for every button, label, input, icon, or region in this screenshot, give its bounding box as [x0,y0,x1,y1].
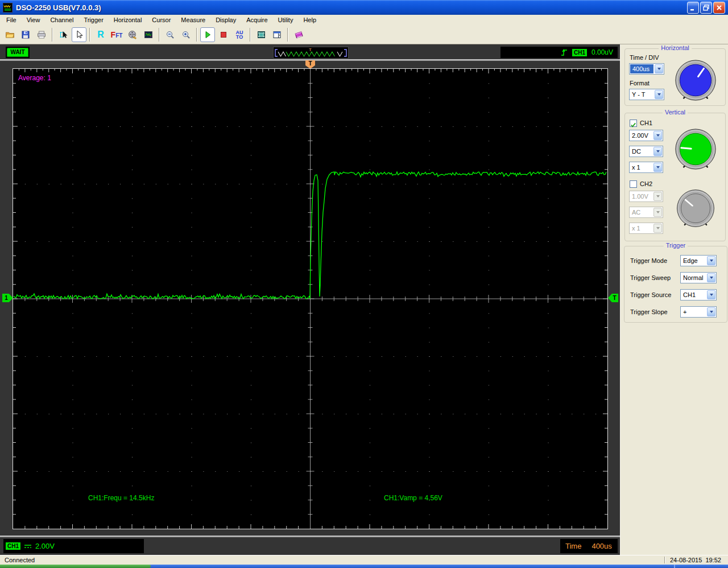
ch2-volts-div-select[interactable]: 1.00V [629,191,663,202]
chevron-down-icon [653,147,662,156]
chevron-down-icon [653,208,662,217]
ch1-probe-select[interactable]: x 1 [629,162,663,173]
trigger-channel-badge: CH1 [572,49,587,56]
chevron-down-icon [655,90,663,99]
menu-acquire[interactable]: Acquire [241,15,272,25]
save-button[interactable] [18,27,33,42]
stop-button[interactable] [216,27,231,42]
menu-measure[interactable]: Measure [176,15,210,25]
chevron-down-icon [653,224,662,233]
ch2-position-knob[interactable] [675,188,716,231]
trigger-position-marker[interactable]: T [305,60,315,69]
trigger-level-value: 0.00uV [592,48,613,56]
open-button[interactable] [2,27,17,42]
stop-icon [219,30,228,39]
cursor-measure-icon [59,30,68,39]
menu-utility[interactable]: Utility [273,15,299,25]
ch1-enable-checkbox[interactable] [630,120,637,127]
start-button-edge[interactable] [0,565,151,568]
help-button[interactable] [291,27,306,42]
chevron-down-icon [653,163,662,172]
trigger-group: Trigger Trigger ModeEdgeTrigger SweepNor… [624,246,727,323]
close-button[interactable] [713,2,725,14]
trigger-sweep-label: Trigger Sweep [630,274,671,281]
menu-horizontal[interactable]: Horizontal [109,15,147,25]
full-screen-button[interactable] [254,27,268,42]
control-panel: Horizontal Time / DIV 400us Format Y - T [620,44,728,555]
trigger-slope-label: Trigger Slope [630,308,668,315]
ch1-volts-div-select[interactable]: 2.00V [629,130,663,141]
chevron-down-icon [707,307,715,316]
acquisition-status-label: WAIT [7,48,28,57]
floppy-save-icon [21,30,30,39]
trigger-level-marker[interactable]: T [608,294,618,302]
full-screen-icon [257,30,266,39]
zoom-out-button[interactable] [163,27,177,42]
arrow-cursor-icon [75,30,84,39]
window-layout-button[interactable] [270,27,284,42]
ch1-badge: CH1 [6,542,20,550]
average-readout: Average: 1 [18,74,51,82]
menu-help[interactable]: Help [298,15,321,25]
cursor-arrow-button[interactable] [72,27,86,42]
trigger-slope-icon [561,48,568,57]
zoom-in-button[interactable] [179,27,193,42]
waveform-preview[interactable]: T [273,47,349,59]
window-title: DSO-2250 USB(V7.0.0.3) [16,3,686,12]
panel-separator [0,536,620,537]
chevron-down-icon [707,256,715,265]
format-select[interactable]: Y - T [629,89,664,100]
ch1-label: CH1 [640,120,652,126]
trigger-group-title: Trigger [664,242,688,249]
chevron-down-icon [653,192,662,201]
refresh-r-icon: R [97,30,104,40]
help-book-icon [294,30,304,39]
trigger-mode-select[interactable]: Edge [680,255,717,266]
display-mode-button[interactable] [141,27,156,42]
time-label: Time [565,542,581,550]
menu-view[interactable]: View [22,15,46,25]
time-div-select[interactable]: 400us [629,63,664,75]
menu-trigger[interactable]: Trigger [78,15,108,25]
chevron-down-icon [655,64,663,73]
statusbar-separator [664,557,665,563]
fft-button[interactable]: FFT [109,27,124,42]
trigger-readout: CH1 0.00uV [500,47,618,58]
ch1-coupling-select[interactable]: DC [629,146,663,157]
ch2-coupling-select[interactable]: AC [629,207,663,218]
ch2-label: CH2 [640,180,652,187]
menu-display[interactable]: Display [210,15,241,25]
taskbar-divider [674,565,675,568]
autoset-button[interactable]: AUTO [232,27,247,42]
toolbar-separator [287,28,288,42]
timebase-readout: Time 400us [560,539,618,553]
play-icon [203,30,212,39]
toolbar-separator [89,28,90,42]
print-button[interactable] [34,27,49,42]
restore-button[interactable] [700,2,712,14]
ch1-position-marker[interactable]: 1 [2,294,13,302]
trigger-row: Trigger SweepNormal [630,272,722,283]
chevron-down-icon [707,273,715,282]
menu-file[interactable]: File [1,15,22,25]
menu-channel[interactable]: Channel [45,15,78,25]
dso-application-window: { "window": { "title": "DSO-2250 USB(V7.… [0,0,728,568]
refresh-button[interactable]: R [93,27,108,42]
chevron-down-icon [653,131,662,140]
ch2-enable-checkbox[interactable] [630,180,637,188]
horizontal-position-knob[interactable] [673,58,718,105]
trigger-slope-select[interactable]: + [680,306,717,318]
trigger-source-select[interactable]: CH1 [680,289,717,301]
record-button[interactable] [125,27,140,42]
ch1-position-knob[interactable] [673,127,718,174]
trigger-sweep-select[interactable]: Normal [680,272,717,283]
open-folder-icon [5,30,15,39]
minimize-button[interactable] [687,2,699,14]
ch2-probe-select[interactable]: x 1 [629,223,663,234]
cursor-trace-button[interactable] [56,27,71,42]
toolbar-separator [250,28,251,42]
start-button[interactable] [200,27,215,42]
menu-cursor[interactable]: Cursor [147,15,176,25]
scope-display[interactable]: Average: 1 CH1:Frequ = 14.5kHz CH1:Vamp … [13,68,608,529]
status-bar: Connected 24-08-2015 19:52 [0,555,728,565]
